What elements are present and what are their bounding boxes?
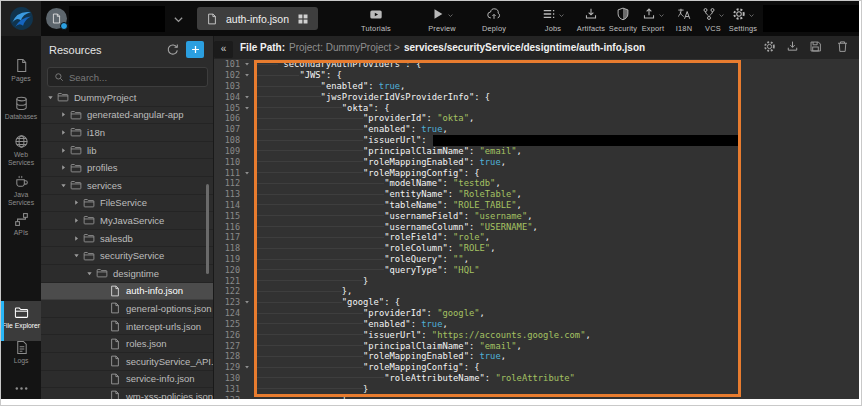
code-line-120[interactable]: 120"queryType": "HQL": [214, 264, 859, 275]
caret-right-icon[interactable]: [60, 147, 70, 154]
tree-item-auth-info.json[interactable]: auth-info.json: [41, 283, 214, 301]
topbar-deploy-button[interactable]: Deploy: [471, 6, 517, 34]
tree-item-roles.json[interactable]: roles.json: [41, 335, 214, 353]
code-line-117[interactable]: 117"roleField": "role",: [214, 232, 859, 243]
code-line-111[interactable]: 111"roleMappingConfig": {: [214, 167, 859, 178]
open-file-tab[interactable]: auth-info.json: [197, 7, 318, 30]
fold-caret-icon[interactable]: [240, 105, 253, 111]
resources-scrollbar[interactable]: [206, 184, 209, 274]
tree-item-profiles[interactable]: profiles: [41, 159, 214, 177]
code-line-123[interactable]: 123"google": {: [214, 297, 859, 308]
tree-item-salesdb[interactable]: salesdb: [41, 230, 214, 248]
caret-down-icon[interactable]: [47, 94, 57, 101]
code-line-113[interactable]: 113"entityName": "RoleTable",: [214, 189, 859, 200]
topbar-preview-button[interactable]: Preview: [419, 6, 465, 34]
tree-item-intercept-urls.json[interactable]: intercept-urls.json: [41, 318, 214, 336]
code-line-118[interactable]: 118"roleColumn": "ROLE",: [214, 243, 859, 254]
tree-item-general-options.json[interactable]: general-options.json: [41, 300, 214, 318]
add-resource-button[interactable]: [186, 41, 204, 58]
code-text: "usernameField": "username",: [253, 210, 533, 221]
code-line-131[interactable]: 131}: [214, 383, 859, 394]
caret-right-icon[interactable]: [60, 111, 70, 118]
code-line-114[interactable]: 114"tableName": "ROLE_TABLE",: [214, 200, 859, 211]
project-avatar[interactable]: [46, 8, 67, 29]
code-line-104[interactable]: 104"jwsProviderIdVsProviderInfo": {: [214, 91, 859, 102]
caret-down-icon[interactable]: [73, 252, 83, 259]
tree-item-i18n[interactable]: i18n: [41, 124, 214, 142]
tree-item-securityService[interactable]: securityService: [41, 247, 214, 265]
sidebar-item-pages[interactable]: Pages: [1, 58, 41, 83]
collapse-panel-button[interactable]: «: [214, 41, 233, 58]
caret-down-icon[interactable]: [86, 270, 96, 277]
code-line-105[interactable]: 105"okta": {: [214, 102, 859, 113]
code-line-116[interactable]: 116"usernameColumn": "USERNAME",: [214, 221, 859, 232]
sidebar-item-more[interactable]: [1, 381, 41, 398]
code-line-109[interactable]: 109"principalClaimName": "email",: [214, 146, 859, 157]
code-line-115[interactable]: 115"usernameField": "username",: [214, 210, 859, 221]
tree-item-lib[interactable]: lib: [41, 142, 214, 160]
code-editor[interactable]: 101"secondaryAuthProviders": {102"JWS": …: [214, 59, 859, 399]
tree-item-generated-angular-app[interactable]: generated-angular-app: [41, 107, 214, 125]
project-switcher-chevron[interactable]: [172, 12, 185, 30]
code-line-110[interactable]: 110"roleMappingEnabled": true,: [214, 156, 859, 167]
fold-caret-icon[interactable]: [240, 299, 253, 305]
sidebar-item-web-services[interactable]: Web Services: [1, 134, 41, 168]
caret-right-icon[interactable]: [60, 129, 70, 136]
tree-item-service-info.json[interactable]: service-info.json: [41, 371, 214, 389]
sidebar-item-apis[interactable]: APIs: [1, 212, 41, 237]
sidebar-item-java-services[interactable]: Java Services: [1, 174, 41, 208]
code-line-119[interactable]: 119"roleQuery": "",: [214, 254, 859, 265]
tree-item-securityService_API.json[interactable]: securityService_API.json: [41, 353, 214, 371]
tree-item-designtime[interactable]: designtime: [41, 265, 214, 283]
code-line-129[interactable]: 129"roleMappingConfig": {: [214, 362, 859, 373]
code-line-108[interactable]: 108"issuerUrl":: [214, 135, 859, 146]
code-line-112[interactable]: 112"modelName": "testdb",: [214, 178, 859, 189]
tree-item-services[interactable]: services: [41, 177, 214, 195]
code-text: "roleAttributeName": "roleAttribute": [253, 373, 575, 384]
code-line-121[interactable]: 121}: [214, 275, 859, 286]
fold-caret-icon[interactable]: [240, 364, 253, 370]
folder-icon: [70, 162, 82, 174]
caret-right-icon[interactable]: [73, 199, 83, 206]
code-line-125[interactable]: 125"enabled": true,: [214, 319, 859, 330]
tree-item-wm-xss-policies.json[interactable]: wm-xss-policies.json: [41, 388, 214, 399]
tree-item-DummyProject[interactable]: DummyProject: [41, 89, 214, 107]
code-line-103[interactable]: 103"enabled": true,: [214, 81, 859, 92]
code-line-124[interactable]: 124"providerId": "google",: [214, 308, 859, 319]
wavemaker-logo[interactable]: [1, 1, 41, 36]
topbar-tutorials-button[interactable]: Tutorials: [353, 6, 399, 34]
caret-right-icon[interactable]: [73, 235, 83, 242]
code-line-132[interactable]: 132}: [214, 394, 859, 399]
code-line-130[interactable]: 130"roleAttributeName": "roleAttribute": [214, 373, 859, 384]
code-line-106[interactable]: 106"providerId": "okta",: [214, 113, 859, 124]
file-settings-gear-icon[interactable]: [763, 40, 776, 53]
code-line-101[interactable]: 101"secondaryAuthProviders": {: [214, 59, 859, 70]
token-k: "providerId": [363, 308, 427, 318]
code-line-122[interactable]: 122},: [214, 286, 859, 297]
sidebar-item-file-explorer[interactable]: File Explorer: [1, 301, 41, 341]
file-delete-trash-icon[interactable]: [836, 40, 849, 53]
tree-item-FileService[interactable]: FileService: [41, 195, 214, 213]
fold-caret-icon[interactable]: [240, 94, 253, 100]
sidebar-item-databases[interactable]: Databases: [1, 96, 41, 121]
file-save-icon[interactable]: [809, 40, 822, 53]
refresh-button[interactable]: [166, 42, 179, 60]
token-b: true: [480, 351, 501, 361]
tree-item-MyJavaService[interactable]: MyJavaService: [41, 212, 214, 230]
chevron-down-icon: [558, 12, 565, 19]
code-line-128[interactable]: 128"roleMappingEnabled": true,: [214, 351, 859, 362]
fold-caret-icon[interactable]: [240, 170, 253, 176]
caret-right-icon[interactable]: [60, 164, 70, 171]
file-download-icon[interactable]: [786, 40, 799, 53]
fold-caret-icon[interactable]: [240, 61, 253, 67]
sidebar-item-logs[interactable]: Logs: [1, 340, 41, 365]
code-line-127[interactable]: 127"principalClaimName": "email",: [214, 340, 859, 351]
fold-caret-icon[interactable]: [240, 72, 253, 78]
search-input[interactable]: [69, 72, 201, 83]
code-line-107[interactable]: 107"enabled": true,: [214, 124, 859, 135]
code-line-102[interactable]: 102"JWS": {: [214, 70, 859, 81]
topbar-settings-button[interactable]: Settings: [720, 6, 766, 34]
caret-down-icon[interactable]: [60, 182, 70, 189]
code-line-126[interactable]: 126"issuerUrl": "https://accounts.google…: [214, 329, 859, 340]
caret-right-icon[interactable]: [73, 217, 83, 224]
